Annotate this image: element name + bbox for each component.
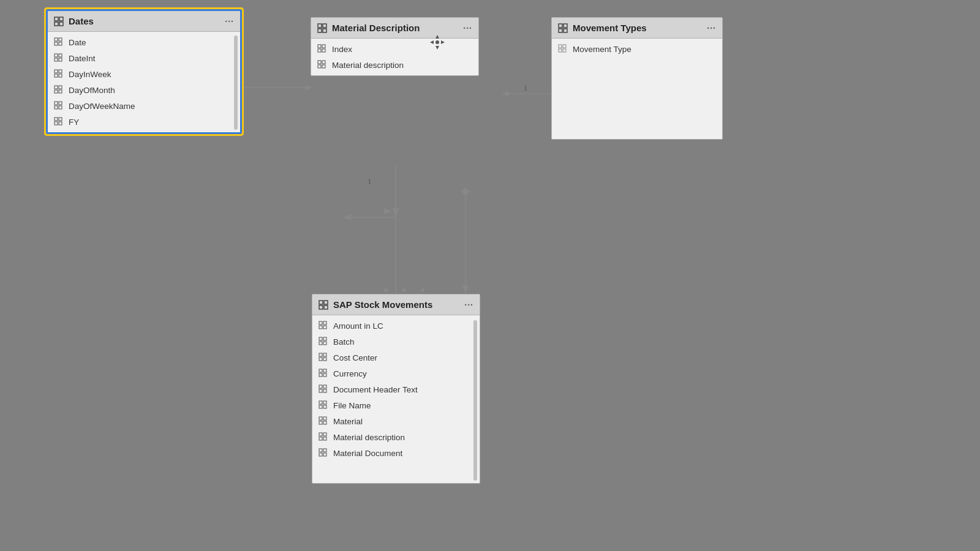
canvas: 1 1 <box>0 0 980 551</box>
svg-rect-73 <box>319 305 323 309</box>
field-grid-icon <box>54 37 64 47</box>
svg-rect-74 <box>324 305 328 309</box>
svg-marker-1 <box>306 84 312 91</box>
svg-marker-11 <box>461 187 470 196</box>
field-label: Currency <box>333 369 367 378</box>
svg-rect-90 <box>323 373 326 377</box>
list-item: Index <box>311 41 478 57</box>
field-grid-icon <box>54 53 64 63</box>
svg-rect-89 <box>319 373 322 377</box>
svg-rect-78 <box>323 326 326 329</box>
svg-rect-104 <box>323 433 326 436</box>
svg-rect-24 <box>55 42 58 45</box>
svg-rect-50 <box>318 45 321 48</box>
sap-stock-table-icon <box>318 300 328 310</box>
svg-rect-32 <box>55 74 58 77</box>
list-item: Document Header Text <box>312 381 480 397</box>
sap-stock-card-header: SAP Stock Movements ··· <box>312 294 480 315</box>
dates-title: Dates <box>69 16 94 26</box>
field-label: FY <box>69 118 79 127</box>
field-grid-icon <box>318 432 328 442</box>
svg-rect-46 <box>318 24 322 28</box>
svg-rect-26 <box>55 54 58 57</box>
svg-rect-29 <box>59 58 62 61</box>
sap-stock-movements-table-card[interactable]: SAP Stock Movements ··· Amount in LC <box>312 294 480 484</box>
field-grid-icon <box>318 321 328 331</box>
field-label: DayInWeek <box>69 70 111 79</box>
field-grid-icon <box>54 101 64 111</box>
material-description-table-card[interactable]: Material Description ··· Index <box>311 17 479 76</box>
field-label: Material Document <box>333 449 402 458</box>
field-grid-icon <box>54 69 64 79</box>
sap-stock-card-body[interactable]: Amount in LC Batch <box>312 315 480 463</box>
svg-rect-20 <box>55 22 58 26</box>
svg-rect-76 <box>323 321 326 324</box>
field-label: Movement Type <box>573 45 631 54</box>
svg-rect-77 <box>319 326 322 329</box>
svg-rect-30 <box>55 70 58 73</box>
mat-desc-menu[interactable]: ··· <box>463 23 472 33</box>
sap-stock-scrollbar[interactable] <box>473 320 477 481</box>
svg-rect-57 <box>322 65 325 68</box>
field-grid-icon <box>54 85 64 95</box>
sap-stock-menu[interactable]: ··· <box>464 300 473 310</box>
field-grid-icon <box>317 44 327 54</box>
svg-rect-28 <box>55 58 58 61</box>
svg-rect-23 <box>59 38 62 41</box>
field-grid-icon <box>318 384 328 394</box>
svg-rect-75 <box>319 321 322 324</box>
svg-rect-93 <box>319 389 322 392</box>
svg-rect-86 <box>323 358 326 361</box>
svg-point-15 <box>402 288 406 292</box>
svg-rect-84 <box>323 353 326 356</box>
dates-menu[interactable]: ··· <box>225 17 234 26</box>
field-label: Cost Center <box>333 353 377 362</box>
dates-table-card[interactable]: Dates ··· Date <box>46 9 242 134</box>
mat-desc-card-header: Material Description ··· <box>311 18 478 39</box>
svg-rect-106 <box>323 437 326 440</box>
svg-rect-110 <box>323 453 326 456</box>
svg-text:1: 1 <box>524 83 528 92</box>
svg-rect-63 <box>559 24 562 28</box>
movement-types-table-card[interactable]: Movement Types ··· Movement Type <box>551 17 723 140</box>
list-item: FY <box>48 114 240 130</box>
svg-rect-54 <box>318 61 321 64</box>
list-item: Material description <box>312 429 480 445</box>
field-grid-icon <box>558 44 568 54</box>
mat-desc-title: Material Description <box>332 23 420 33</box>
scrollbar[interactable] <box>234 36 238 130</box>
svg-point-14 <box>384 288 388 292</box>
list-item: DayInWeek <box>48 66 240 82</box>
list-item: Date <box>48 34 240 50</box>
field-label: Amount in LC <box>333 321 383 331</box>
svg-rect-103 <box>319 433 322 436</box>
svg-rect-109 <box>319 453 322 456</box>
svg-rect-55 <box>322 61 325 64</box>
svg-rect-48 <box>318 29 322 32</box>
field-label: Material description <box>333 433 405 442</box>
svg-marker-4 <box>393 208 399 217</box>
mov-types-menu[interactable]: ··· <box>707 23 716 33</box>
list-item: Batch <box>312 334 480 350</box>
svg-rect-92 <box>323 385 326 388</box>
svg-rect-27 <box>59 54 62 57</box>
field-label: Material <box>333 417 363 426</box>
svg-rect-94 <box>323 389 326 392</box>
svg-rect-33 <box>59 74 62 77</box>
svg-rect-80 <box>323 337 326 340</box>
svg-rect-102 <box>323 421 326 424</box>
svg-marker-13 <box>343 214 351 220</box>
svg-rect-42 <box>55 118 58 121</box>
svg-rect-87 <box>319 369 322 372</box>
field-label: DateInt <box>69 54 96 63</box>
svg-rect-21 <box>59 22 63 26</box>
list-item: DayOfMonth <box>48 82 240 98</box>
svg-rect-96 <box>323 401 326 404</box>
field-grid-icon <box>317 60 327 70</box>
field-label: DayOfWeekName <box>69 102 135 111</box>
svg-rect-70 <box>563 49 566 52</box>
svg-rect-72 <box>324 301 328 304</box>
field-grid-icon <box>318 369 328 378</box>
svg-rect-98 <box>323 405 326 408</box>
list-item: File Name <box>312 397 480 413</box>
